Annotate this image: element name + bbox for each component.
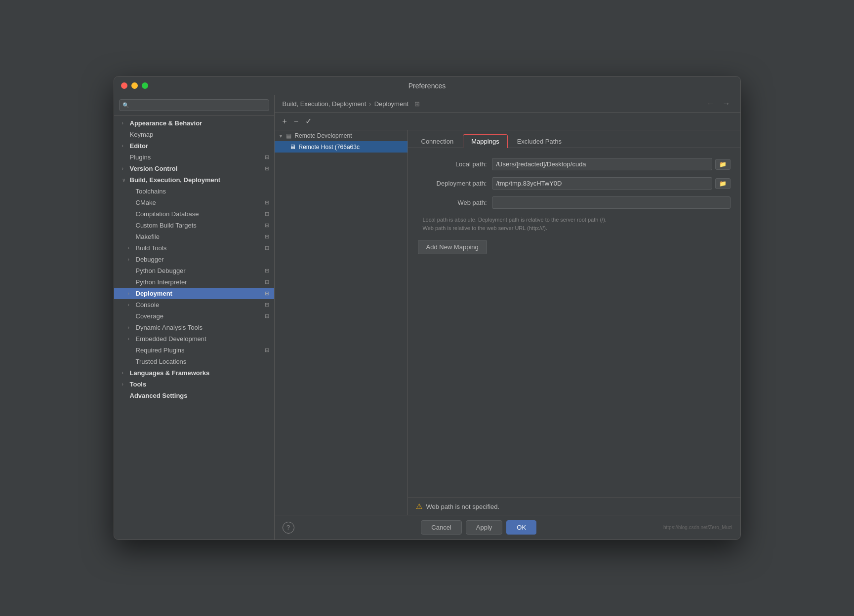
sidebar-item-label: Console	[136, 301, 263, 308]
sidebar-item-label: Compilation Database	[136, 210, 263, 218]
sidebar-item-coverage[interactable]: Coverage ⊞	[114, 310, 274, 322]
cancel-button[interactable]: Cancel	[421, 520, 461, 535]
sidebar-item-keymap[interactable]: Keymap	[114, 129, 274, 140]
sidebar-item-build-exec-deploy[interactable]: ∨ Build, Execution, Deployment	[114, 174, 274, 186]
detail-panel: Connection Mappings Excluded Paths	[408, 130, 740, 515]
sidebar-item-label: Keymap	[130, 131, 269, 138]
sidebar-item-cmake[interactable]: CMake ⊞	[114, 197, 274, 208]
toolbar: + − ✓	[275, 113, 740, 130]
tree-item-label: Remote Development	[294, 132, 352, 139]
apply-config-button[interactable]: ✓	[302, 116, 315, 127]
sidebar-item-embedded-dev[interactable]: › Embedded Development	[114, 333, 274, 345]
add-button[interactable]: +	[280, 116, 290, 127]
breadcrumb-external-icon: ⊞	[414, 100, 420, 108]
sidebar-item-label: Dynamic Analysis Tools	[136, 324, 269, 331]
external-icon: ⊞	[265, 222, 269, 229]
sidebar-item-deployment[interactable]: › Deployment ⊞	[114, 288, 274, 299]
tab-mappings[interactable]: Mappings	[463, 134, 507, 148]
external-icon: ⊞	[265, 268, 269, 274]
tree-item-remote-dev[interactable]: ▼ ▦ Remote Development	[275, 130, 407, 141]
search-icon: 🔍	[122, 102, 129, 109]
sidebar-item-label: Trusted Locations	[136, 358, 269, 365]
close-button[interactable]	[121, 82, 127, 89]
external-icon: ⊞	[265, 199, 269, 206]
web-path-input[interactable]	[492, 196, 731, 209]
sidebar-item-build-tools[interactable]: › Build Tools ⊞	[114, 242, 274, 254]
right-panel: Build, Execution, Deployment › Deploymen…	[275, 95, 740, 539]
search-box: 🔍	[114, 95, 274, 116]
sidebar-item-toolchains[interactable]: Toolchains	[114, 186, 274, 197]
tab-mappings-label: Mappings	[471, 138, 499, 145]
local-path-input[interactable]	[492, 158, 712, 170]
search-input[interactable]	[119, 99, 269, 111]
sidebar-item-label: Advanced Settings	[130, 392, 269, 399]
ok-button[interactable]: OK	[506, 520, 536, 535]
external-icon: ⊞	[265, 165, 269, 172]
sidebar-item-label: Tools	[130, 381, 269, 388]
maximize-button[interactable]	[142, 82, 148, 89]
external-icon: ⊞	[265, 233, 269, 240]
chevron-right-icon: ›	[122, 143, 128, 149]
deployment-path-input[interactable]	[492, 177, 712, 190]
nav-back-arrow[interactable]: ←	[705, 99, 717, 108]
sidebar-item-tools[interactable]: › Tools	[114, 379, 274, 390]
sidebar-item-appearance[interactable]: › Appearance & Behavior	[114, 117, 274, 129]
chevron-right-icon: ›	[122, 166, 128, 171]
minimize-button[interactable]	[131, 82, 138, 89]
sidebar-item-dynamic-analysis[interactable]: › Dynamic Analysis Tools	[114, 322, 274, 333]
sidebar-item-label: Appearance & Behavior	[130, 119, 269, 127]
nav-forward-arrow[interactable]: →	[721, 99, 732, 108]
deployment-path-row: Deployment path: 📁	[418, 177, 731, 190]
sidebar-item-label: Build Tools	[136, 244, 263, 252]
tree-item-remote-host[interactable]: 🖥 Remote Host (766a63c	[275, 141, 407, 153]
local-path-input-wrap: 📁	[492, 158, 731, 170]
sidebar-item-custom-build-targets[interactable]: Custom Build Targets ⊞	[114, 220, 274, 231]
local-path-row: Local path: 📁	[418, 158, 731, 170]
chevron-right-icon: ›	[128, 245, 134, 251]
breadcrumb-nav: ← →	[705, 99, 732, 108]
preferences-window: Preferences 🔍 › Appearance & Behavior	[114, 76, 741, 540]
warning-text: Web path is not specified.	[426, 503, 500, 510]
tabs-bar: Connection Mappings Excluded Paths	[408, 130, 740, 148]
url-label: https://blog.csdn.net/Zero_Muzi	[663, 525, 732, 530]
sidebar-item-compilation-db[interactable]: Compilation Database ⊞	[114, 208, 274, 220]
chevron-down-icon: ∨	[122, 177, 128, 183]
search-wrap: 🔍	[119, 99, 269, 111]
external-icon: ⊞	[265, 245, 269, 251]
apply-button[interactable]: Apply	[466, 520, 503, 535]
sidebar-item-python-interpreter[interactable]: Python Interpreter ⊞	[114, 276, 274, 288]
help-button[interactable]: ?	[283, 522, 294, 534]
sidebar-item-trusted-locations[interactable]: Trusted Locations	[114, 356, 274, 367]
sidebar-item-version-control[interactable]: › Version Control ⊞	[114, 163, 274, 174]
tree-panel: ▼ ▦ Remote Development 🖥 Remote Host (76…	[275, 130, 408, 515]
sidebar-content: › Appearance & Behavior Keymap › Editor …	[114, 116, 274, 539]
tab-connection[interactable]: Connection	[413, 134, 462, 148]
sidebar-item-languages-frameworks[interactable]: › Languages & Frameworks	[114, 367, 274, 379]
sidebar-item-console[interactable]: › Console ⊞	[114, 299, 274, 310]
title-bar: Preferences	[114, 77, 740, 95]
sidebar-item-advanced-settings[interactable]: Advanced Settings	[114, 390, 274, 401]
breadcrumb-bar: Build, Execution, Deployment › Deploymen…	[275, 95, 740, 113]
breadcrumb-separator: ›	[369, 100, 371, 108]
sidebar-item-plugins[interactable]: Plugins ⊞	[114, 152, 274, 163]
sidebar-item-label: Python Interpreter	[136, 278, 263, 286]
sidebar-item-label: Toolchains	[136, 188, 269, 195]
web-path-row: Web path:	[418, 196, 731, 209]
sidebar-item-label: Debugger	[136, 256, 269, 263]
external-icon: ⊞	[265, 211, 269, 217]
bottom-actions: Cancel Apply OK	[421, 520, 536, 535]
local-path-browse-button[interactable]: 📁	[715, 159, 731, 170]
sidebar-item-python-debugger[interactable]: Python Debugger ⊞	[114, 265, 274, 276]
remove-button[interactable]: −	[291, 116, 301, 127]
add-new-mapping-button[interactable]: Add New Mapping	[418, 240, 487, 254]
server-icon: 🖥	[289, 143, 296, 151]
sidebar-item-required-plugins[interactable]: Required Plugins ⊞	[114, 345, 274, 356]
sidebar-item-makefile[interactable]: Makefile ⊞	[114, 231, 274, 242]
chevron-right-icon: ›	[122, 120, 128, 126]
warning-bar: ⚠ Web path is not specified.	[408, 498, 740, 515]
tab-excluded-paths[interactable]: Excluded Paths	[509, 134, 570, 148]
sidebar-item-debugger[interactable]: › Debugger	[114, 254, 274, 265]
local-path-label: Local path:	[418, 160, 487, 168]
sidebar-item-editor[interactable]: › Editor	[114, 140, 274, 152]
deployment-path-browse-button[interactable]: 📁	[715, 178, 731, 189]
